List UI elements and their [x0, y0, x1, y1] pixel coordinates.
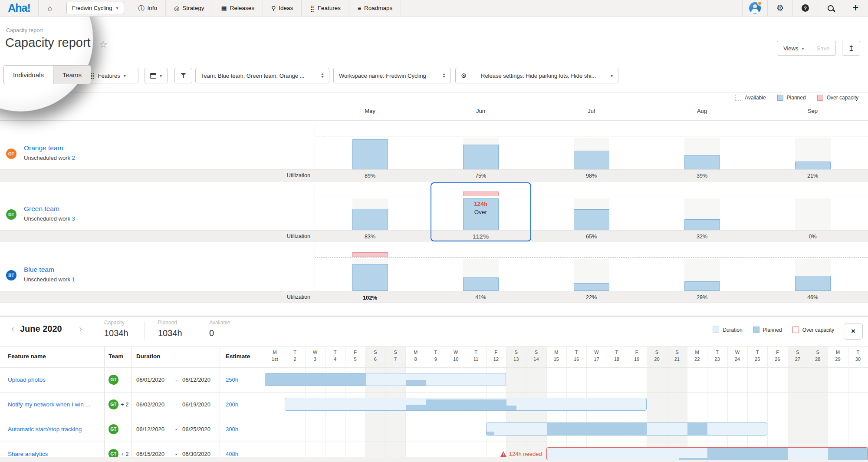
feature-link[interactable]: Notify my network when I win ... — [8, 401, 90, 408]
toggle-individuals[interactable]: Individuals — [3, 65, 53, 84]
capacity-planned-bar[interactable] — [795, 276, 831, 291]
capacity-planned-bar[interactable] — [684, 219, 720, 230]
favorite-star-icon[interactable]: ☆ — [99, 39, 108, 50]
share-button[interactable]: ↥ — [842, 41, 860, 56]
team-badge: GT — [108, 424, 118, 434]
capacity-planned-bar[interactable] — [574, 151, 609, 169]
capacity-planned-bar[interactable] — [795, 162, 831, 169]
day-gridline — [707, 346, 707, 457]
nav-item-releases[interactable]: ▦Releases — [213, 0, 263, 16]
gantt-bar[interactable] — [285, 398, 647, 411]
search-button[interactable] — [818, 0, 843, 16]
capacity-planned-bar[interactable] — [574, 283, 609, 291]
aha-logo[interactable]: Aha! — [0, 0, 38, 16]
capacity-planned-bar[interactable] — [684, 155, 720, 169]
team-name-link[interactable]: Orange team — [24, 144, 63, 152]
day-header-dow: W — [727, 350, 747, 355]
utilization-percent: 39% — [676, 173, 728, 179]
legend-swatch — [777, 95, 783, 101]
clear-filter-button[interactable]: ⊗ — [456, 68, 472, 83]
capacity-planned-bar[interactable] — [352, 139, 388, 169]
toggle-teams[interactable]: Teams — [53, 65, 91, 84]
day-header-dow: F — [345, 350, 365, 355]
workspace-selector[interactable]: Fredwin Cycling ▾ — [66, 2, 124, 14]
day-header-dow: S — [365, 350, 385, 355]
prev-month-button[interactable]: ‹ — [11, 324, 14, 334]
day-header-num: 5 — [345, 356, 365, 362]
release-settings-dropdown[interactable]: Release settings: Hide parking lots, Hid… — [476, 73, 618, 79]
feature-link[interactable]: Automatic start/stop tracking — [8, 426, 82, 432]
legend-swatch — [817, 95, 823, 101]
capacity-planned-bar[interactable] — [352, 209, 388, 230]
close-panel-button[interactable]: × — [844, 323, 863, 340]
nav-item-strategy[interactable]: ◎Strategy — [165, 0, 213, 16]
capacity-planned-bar[interactable] — [352, 264, 388, 291]
panel-divider — [0, 316, 868, 317]
day-gridline — [667, 346, 667, 457]
day-header-num: 26 — [767, 356, 787, 362]
gantt-bar[interactable] — [265, 373, 506, 386]
nav-menu: ⓘInfo◎Strategy▦Releases⚲Ideas⣿Features≡R… — [130, 0, 401, 16]
feature-link[interactable]: Upload photos — [8, 376, 46, 383]
day-header-num: 7 — [385, 356, 405, 362]
nav-item-info[interactable]: ⓘInfo — [130, 0, 166, 16]
duration-separator: - — [175, 451, 177, 457]
team-filter[interactable]: Team: Blue team, Green team, Orange ... — [195, 68, 329, 83]
nav-item-ideas[interactable]: ⚲Ideas — [263, 0, 301, 16]
team-name-link[interactable]: Blue team — [24, 266, 54, 274]
unscheduled-work-count[interactable]: 3 — [72, 215, 75, 222]
legend-item-over-capacity: Over capacity — [817, 95, 858, 101]
detail-month-title: June 2020 — [20, 324, 62, 334]
home-button[interactable]: ⌂ — [38, 0, 61, 16]
weekend-column — [647, 346, 667, 457]
utilization-strip: Utilization102%41%22%29%46% — [0, 291, 868, 303]
nav-item-label: Strategy — [182, 5, 204, 11]
nav-item-features[interactable]: ⣿Features — [301, 0, 349, 16]
team-name-link[interactable]: Green team — [24, 205, 59, 213]
day-header-num: 21 — [667, 356, 687, 362]
capacity-planned-bar[interactable] — [463, 277, 499, 291]
capacity-planned-bar[interactable] — [684, 281, 720, 291]
estimate-link[interactable]: 408h — [226, 451, 238, 457]
help-button[interactable]: ? — [792, 0, 818, 16]
add-button[interactable]: + — [843, 0, 868, 16]
day-header-dow: S — [506, 350, 526, 355]
day-header-num: 29 — [828, 356, 848, 362]
unscheduled-work-count[interactable]: 2 — [72, 155, 75, 161]
save-button[interactable]: Save — [810, 41, 836, 56]
filter-button[interactable] — [174, 68, 192, 83]
estimate-link[interactable]: 200h — [226, 401, 238, 408]
settings-button[interactable]: ⚙ — [767, 0, 792, 16]
estimate-link[interactable]: 300h — [226, 426, 238, 432]
capacity-line — [315, 257, 868, 258]
unscheduled-work-count[interactable]: 1 — [72, 276, 75, 283]
calendar-dropdown[interactable]: ▾ — [145, 68, 168, 83]
capacity-planned-bar[interactable] — [463, 145, 499, 169]
capacity-line — [315, 136, 868, 136]
nav-item-roadmaps[interactable]: ≡Roadmaps — [349, 0, 401, 16]
duration-separator: - — [175, 376, 177, 383]
features-dropdown[interactable]: ⣿ Features ▾ — [85, 68, 138, 83]
estimate-link[interactable]: 250h — [226, 376, 238, 383]
workspace-filter[interactable]: Workspace name: Fredwin Cycling — [333, 68, 451, 83]
views-button-label: Views — [783, 45, 798, 52]
next-month-button[interactable]: › — [79, 324, 82, 334]
day-header-num: 13 — [506, 356, 526, 362]
gantt-planned-segment — [679, 458, 707, 460]
day-gridline — [647, 346, 647, 457]
gantt-bar[interactable] — [486, 422, 768, 436]
capacity-planned-bar[interactable] — [574, 209, 609, 230]
capacity-available-column[interactable] — [795, 198, 831, 230]
gantt-bar[interactable] — [546, 447, 868, 460]
user-menu-button[interactable] — [742, 0, 767, 16]
stat-label-capacity: Capacity — [104, 320, 125, 326]
day-header-num: 30 — [848, 356, 868, 362]
views-button[interactable]: Views ▾ — [777, 41, 810, 56]
feature-link[interactable]: Share analytics — [8, 451, 48, 457]
capacity-over-bar[interactable] — [352, 252, 388, 257]
day-header-num: 20 — [647, 356, 667, 362]
day-header-num: 18 — [607, 356, 627, 362]
day-header-num: 17 — [586, 356, 606, 362]
column-header-team: Team — [108, 353, 123, 360]
utilization-percent: 0% — [787, 234, 839, 240]
